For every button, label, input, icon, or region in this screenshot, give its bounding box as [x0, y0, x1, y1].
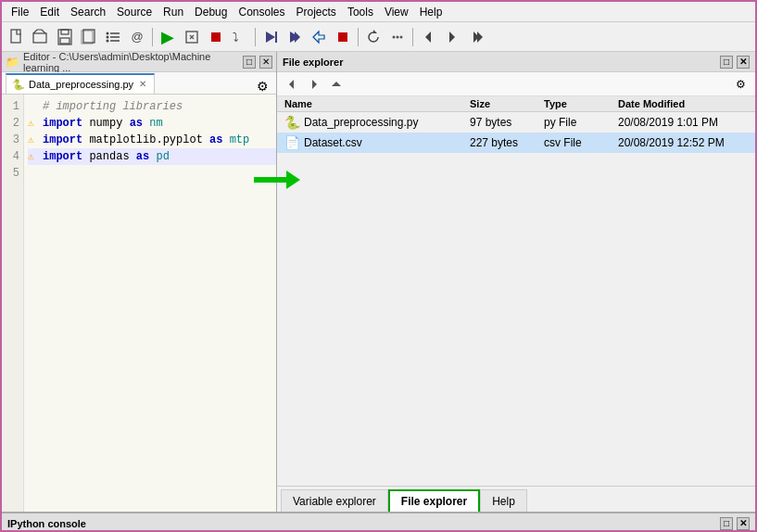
file-explorer-toolbar: ⚙	[277, 72, 755, 96]
step-out-button[interactable]	[308, 26, 330, 48]
run-button[interactable]: ▶	[157, 26, 179, 48]
warn-1	[28, 98, 43, 115]
options-button[interactable]	[386, 26, 409, 48]
toolbar-sep-3	[358, 28, 359, 46]
menu-help[interactable]: Help	[414, 4, 448, 20]
py-file-type: py File	[544, 116, 618, 129]
code-line-3: import matplotlib.pyplot as mtp	[43, 132, 249, 148]
svg-marker-36	[286, 171, 300, 189]
editor-title-text: 📁 Editor - C:\Users\admin\Desktop\Machin…	[6, 51, 243, 73]
stop-button[interactable]	[205, 26, 227, 48]
py-file-date: 20/08/2019 1:01 PM	[618, 116, 748, 129]
restart-button[interactable]	[362, 26, 385, 48]
bullets-button[interactable]	[102, 26, 124, 48]
step-into-button[interactable]	[284, 26, 306, 48]
svg-point-11	[107, 35, 109, 38]
svg-marker-29	[449, 32, 455, 43]
svg-point-26	[397, 35, 399, 38]
file-row-py[interactable]: 🐍 Data_preprocessing.py 97 bytes py File…	[277, 112, 755, 133]
svg-marker-24	[373, 30, 377, 33]
csv-file-type: csv File	[544, 136, 618, 149]
green-arrow	[254, 170, 300, 190]
fe-back-button[interactable]	[283, 75, 301, 94]
file-list-header: Name Size Type Date Modified	[277, 96, 755, 112]
menu-tools[interactable]: Tools	[342, 4, 379, 20]
menu-projects[interactable]: Projects	[291, 4, 342, 20]
svg-point-25	[393, 35, 396, 38]
py-file-name: Data_preprocessing.py	[304, 116, 418, 129]
open-file-button[interactable]	[30, 26, 52, 48]
more-button[interactable]	[465, 26, 487, 48]
new-file-button[interactable]	[6, 26, 28, 48]
editor-panel: 📁 Editor - C:\Users\admin\Desktop\Machin…	[2, 52, 277, 512]
svg-point-12	[107, 39, 109, 42]
toolbar-sep-4	[412, 28, 413, 46]
file-explorer-title-text: File explorer	[283, 57, 343, 68]
toolbar: @ ▶ ⤵	[2, 22, 755, 52]
file-row-csv[interactable]: 📄 Dataset.csv 227 bytes csv File 20/08/2…	[277, 133, 755, 153]
editor-location-icon: 📁	[6, 56, 19, 69]
editor-path: Editor - C:\Users\admin\Desktop\Machine …	[23, 51, 243, 73]
menu-source[interactable]: Source	[111, 4, 158, 20]
back-button[interactable]	[417, 26, 439, 48]
fe-up-button[interactable]	[327, 75, 346, 94]
file-explorer-close-button[interactable]: ✕	[737, 56, 750, 69]
console-float-button[interactable]: □	[720, 517, 733, 530]
right-panel: File explorer □ ✕ ⚙	[277, 52, 755, 512]
editor-close-button[interactable]: ✕	[259, 56, 272, 69]
svg-marker-21	[295, 32, 300, 43]
editor-tab-label: Data_preprocessing.py	[29, 79, 133, 90]
editor-code-area[interactable]: 1 2 3 4 5 # importing libraries ⚠ import…	[2, 95, 276, 512]
menu-run[interactable]: Run	[158, 4, 189, 20]
svg-marker-31	[477, 32, 483, 43]
file-explorer-titlebar: File explorer □ ✕	[277, 52, 755, 72]
tab-variable-explorer[interactable]: Variable explorer	[281, 489, 388, 512]
terminate-button[interactable]	[332, 26, 354, 48]
menu-file[interactable]: File	[6, 4, 34, 20]
file-explorer-float-button[interactable]: □	[720, 56, 733, 69]
warn-2: ⚠	[28, 115, 43, 132]
editor-titlebar: 📁 Editor - C:\Users\admin\Desktop\Machin…	[2, 52, 276, 72]
tab-file-explorer[interactable]: File explorer	[388, 489, 480, 512]
debug-button[interactable]	[181, 26, 203, 48]
code-line-2: import numpy as nm	[43, 115, 163, 132]
menu-search[interactable]: Search	[65, 4, 111, 20]
svg-marker-18	[266, 32, 275, 43]
col-type: Type	[544, 98, 618, 109]
save-all-button[interactable]	[78, 26, 100, 48]
csv-file-size: 227 bytes	[470, 136, 544, 149]
editor-tab-strip: 🐍 Data_preprocessing.py ✕ ⚙	[2, 72, 276, 95]
svg-marker-22	[313, 32, 324, 43]
menu-edit[interactable]: Edit	[34, 4, 65, 20]
csv-file-name: Dataset.csv	[304, 136, 362, 149]
tab-help[interactable]: Help	[480, 489, 527, 512]
editor-float-button[interactable]: □	[243, 56, 256, 69]
svg-text:⤵: ⤵	[233, 31, 239, 44]
editor-tab-close[interactable]: ✕	[137, 79, 148, 90]
forward-button[interactable]	[441, 26, 463, 48]
at-button[interactable]: @	[126, 26, 148, 48]
menu-debug[interactable]: Debug	[189, 4, 233, 20]
save-button[interactable]	[54, 26, 76, 48]
line-numbers: 1 2 3 4 5	[2, 95, 24, 512]
menu-consoles[interactable]: Consoles	[233, 4, 290, 20]
continue-button[interactable]	[259, 26, 282, 48]
fe-settings-button[interactable]: ⚙	[731, 75, 750, 94]
editor-tab-icon: 🐍	[12, 79, 25, 91]
bottom-tab-bar: Variable explorer File explorer Help	[277, 486, 755, 512]
toolbar-sep-1	[152, 28, 153, 46]
menu-view[interactable]: View	[379, 4, 414, 20]
code-line-4: import pandas as pd	[43, 148, 170, 165]
toolbar-sep-2	[255, 28, 256, 46]
warn-4: ⚠	[28, 148, 43, 165]
editor-tab-active[interactable]: 🐍 Data_preprocessing.py ✕	[6, 73, 155, 94]
editor-settings-button[interactable]: ⚙	[253, 79, 272, 94]
svg-marker-32	[289, 80, 294, 89]
csv-file-icon: 📄	[284, 135, 300, 150]
console-close-button[interactable]: ✕	[737, 517, 750, 530]
fe-forward-button[interactable]	[305, 75, 323, 94]
step-over-button[interactable]: ⤵	[229, 26, 251, 48]
py-file-icon: 🐍	[284, 115, 300, 130]
menubar: File Edit Search Source Run Debug Consol…	[2, 2, 755, 22]
py-file-size: 97 bytes	[470, 116, 544, 129]
